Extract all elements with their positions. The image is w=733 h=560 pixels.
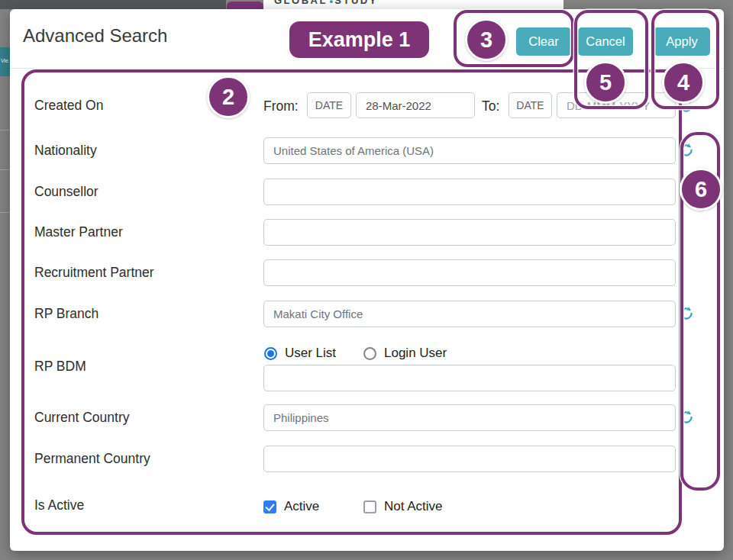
login-user-radio-label: Login User	[384, 346, 447, 361]
created-on-label: Created On	[34, 98, 103, 114]
rp-branch-input[interactable]	[263, 301, 676, 327]
background-divider	[0, 169, 10, 170]
rp-branch-refresh-icon[interactable]	[678, 305, 695, 322]
from-label: From:	[263, 98, 299, 114]
is-active-label: Is Active	[34, 497, 84, 513]
global-study-logo: GLOBAL●STUDY	[274, 0, 378, 6]
nationality-label: Nationality	[34, 143, 97, 159]
active-checkbox[interactable]	[263, 500, 276, 513]
is-active-option-not-active[interactable]: Not Active	[363, 499, 443, 514]
to-label: To:	[482, 98, 499, 114]
current-country-input[interactable]	[263, 404, 676, 431]
user-list-radio[interactable]	[264, 347, 277, 360]
from-date-picker-button[interactable]: DATE	[307, 92, 351, 118]
nationality-refresh-icon[interactable]	[678, 142, 695, 159]
background-active-tab	[227, 2, 263, 9]
background-sidebar-item: Vie	[0, 47, 10, 76]
background-divider	[0, 130, 10, 130]
counsellor-label: Counsellor	[34, 184, 98, 200]
current-country-refresh-icon[interactable]	[678, 409, 695, 426]
current-country-label: Current Country	[34, 410, 130, 426]
user-list-radio-label: User List	[285, 346, 336, 361]
page-root: GLOBAL●STUDY Vie Advanced Search Example…	[0, 0, 733, 560]
example-badge: Example 1	[289, 21, 429, 58]
is-active-option-active[interactable]: Active	[263, 499, 319, 514]
not-active-checkbox[interactable]	[363, 500, 376, 513]
to-date-input[interactable]	[557, 92, 676, 118]
apply-button[interactable]: Apply	[654, 27, 710, 56]
not-active-checkbox-label: Not Active	[384, 499, 443, 514]
clear-button[interactable]: Clear	[516, 27, 571, 56]
recruitment-partner-label: Recruitment Partner	[34, 265, 154, 281]
created-on-refresh-icon[interactable]	[678, 98, 695, 114]
login-user-radio[interactable]	[363, 347, 376, 360]
rp-branch-label: RP Branch	[34, 306, 98, 322]
to-date-picker-button[interactable]: DATE	[509, 92, 552, 118]
background-divider	[0, 212, 10, 213]
logo-text-right: STUDY	[334, 0, 378, 6]
logo-dot-icon: ●	[328, 0, 334, 5]
nationality-input[interactable]	[263, 137, 676, 164]
rp-bdm-option-user-list[interactable]: User List	[264, 346, 336, 361]
logo-text-left: GLOBAL	[274, 0, 328, 6]
rp-bdm-option-login-user[interactable]: Login User	[363, 346, 447, 361]
counsellor-input[interactable]	[263, 179, 676, 205]
header-divider	[10, 68, 724, 69]
rp-bdm-label: RP BDM	[34, 359, 86, 375]
sidebar-snippet-text: Vie	[1, 58, 8, 63]
from-date-input[interactable]	[356, 92, 475, 118]
master-partner-input[interactable]	[263, 219, 676, 246]
cancel-button[interactable]: Cancel	[578, 27, 633, 56]
permanent-country-input[interactable]	[263, 446, 676, 472]
permanent-country-label: Permanent Country	[34, 451, 150, 467]
master-partner-label: Master Partner	[34, 224, 123, 240]
active-checkbox-label: Active	[284, 499, 319, 514]
recruitment-partner-input[interactable]	[263, 259, 676, 286]
background-logo-strip: GLOBAL●STUDY	[263, 0, 563, 9]
background-topbar	[0, 0, 226, 9]
rp-bdm-input[interactable]	[263, 365, 676, 391]
page-title: Advanced Search	[23, 25, 167, 47]
